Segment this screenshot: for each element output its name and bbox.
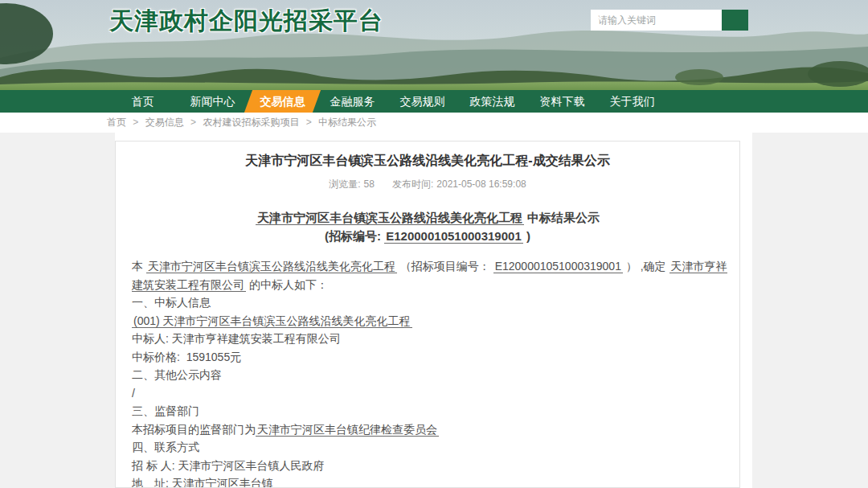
publish-time-label: 发布时间: [392, 178, 433, 190]
nav-item-about[interactable]: 关于我们 [597, 90, 667, 113]
section3-title: 三、监督部门 [132, 402, 728, 420]
lot-line: (001) 天津市宁河区丰台镇滨玉公路线沿线美化亮化工程 [132, 312, 728, 330]
nav-item-news[interactable]: 新闻中心 [178, 90, 248, 113]
supervisor-name-underlined: 天津市宁河区丰台镇纪律检查委员会 [256, 423, 439, 437]
views-count: 58 [364, 178, 375, 190]
nav-item-policies[interactable]: 政策法规 [457, 90, 527, 113]
project-name-underlined: 天津市宁河区丰台镇滨玉公路线沿线美化亮化工程 [146, 260, 397, 273]
breadcrumb-separator: > [190, 117, 196, 128]
article-meta: 浏览量:58发布时间:2021-05-08 16:59:08 [116, 178, 739, 191]
breadcrumb-trade-info[interactable]: 交易信息 [145, 117, 184, 128]
site-title: 天津政村企阳光招采平台 [109, 5, 383, 38]
search-icon [591, 10, 604, 23]
nav-item-home[interactable]: 首页 [108, 90, 178, 113]
breadcrumb-current-page: 中标结果公示 [318, 117, 376, 128]
announcement-card: 天津市宁河区丰台镇滨玉公路线沿线美化亮化工程-成交结果公示 浏览量:58发布时间… [115, 141, 740, 488]
nav-item-trade-info[interactable]: 交易信息 [248, 90, 317, 113]
nav-item-finance[interactable]: 金融服务 [317, 90, 387, 113]
address-line: 地 址: 天津市宁河区丰台镇 [132, 474, 728, 488]
breadcrumb-separator: > [133, 117, 138, 128]
main-nav: 首页 新闻中心 交易信息 金融服务 交易规则 政策法规 资料下载 关于我们 [0, 90, 868, 113]
subtitle-project-name: 天津市宁河区丰台镇滨玉公路线沿线美化亮化工程 [256, 211, 524, 225]
article-title: 天津市宁河区丰台镇滨玉公路线沿线美化亮化工程-成交结果公示 [127, 153, 728, 170]
publish-time: 2021-05-08 16:59:08 [436, 178, 526, 190]
article-body: 本 天津市宁河区丰台镇滨玉公路线沿线美化亮化工程 （招标项目编号： E12000… [132, 257, 728, 488]
supervisor-line: 本招标项目的监督部门为天津市宁河区丰台镇纪律检查委员会 [132, 420, 728, 439]
section4-title: 四、联系方式 [132, 438, 728, 457]
breadcrumb: 首页 > 交易信息 > 农村建设招标采购项目 > 中标结果公示 [0, 113, 868, 133]
nav-item-downloads[interactable]: 资料下载 [527, 90, 597, 113]
section1-title: 一、中标人信息 [132, 293, 728, 312]
header-banner: 天津政村企阳光招采平台 [0, 0, 868, 90]
lot-name-underlined: (001) 天津市宁河区丰台镇滨玉公路线沿线美化亮化工程 [132, 314, 412, 328]
winner-line: 中标人: 天津市亨祥建筑安装工程有限公司 [132, 330, 728, 348]
intro-paragraph: 本 天津市宁河区丰台镇滨玉公路线沿线美化亮化工程 （招标项目编号： E12000… [132, 257, 728, 293]
section2-title: 二、其他公示内容 [132, 366, 728, 384]
search-button[interactable] [722, 10, 748, 31]
tender-number: E1200001051000319001 [384, 229, 523, 244]
breadcrumb-rural-projects[interactable]: 农村建设招标采购项目 [203, 117, 299, 128]
breadcrumb-home[interactable]: 首页 [107, 117, 126, 128]
search-box [591, 10, 748, 31]
views-label: 浏览量: [329, 178, 360, 190]
search-input[interactable] [591, 10, 722, 31]
project-code-underlined: E1200001051000319001 [493, 260, 623, 273]
tender-number-line: (招标编号: E1200001051000319001 ) [116, 229, 739, 244]
other-content-line: / [132, 384, 728, 403]
content-wrapper: 天津市宁河区丰台镇滨玉公路线沿线美化亮化工程-成交结果公示 浏览量:58发布时间… [115, 133, 752, 488]
nav-item-trade-rules[interactable]: 交易规则 [387, 90, 457, 113]
price-line: 中标价格: 1591055元 [132, 348, 728, 367]
tenderer-line: 招 标 人: 天津市宁河区丰台镇人民政府 [132, 457, 728, 475]
breadcrumb-separator: > [306, 117, 312, 128]
announcement-subtitle: 天津市宁河区丰台镇滨玉公路线沿线美化亮化工程 中标结果公示 [116, 211, 739, 226]
